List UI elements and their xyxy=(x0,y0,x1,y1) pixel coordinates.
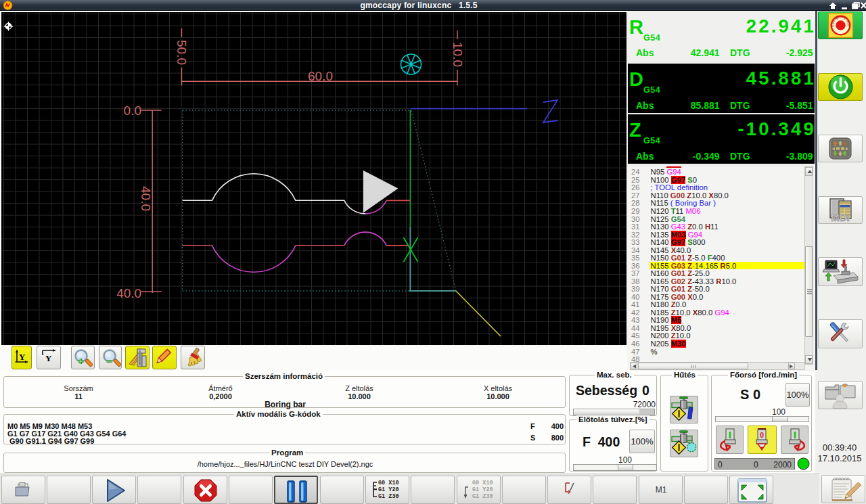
svg-text:MDI: MDI xyxy=(831,212,850,223)
svg-text:40.0: 40.0 xyxy=(139,186,153,211)
svg-text:G1 Y20: G1 Y20 xyxy=(378,486,399,493)
svg-text:G0 X10: G0 X10 xyxy=(472,480,493,486)
svg-text:/: / xyxy=(570,481,574,492)
svg-text:G0 X10: G0 X10 xyxy=(378,480,399,486)
svg-text:G1 Z30: G1 Z30 xyxy=(472,493,493,500)
svg-text:10.0: 10.0 xyxy=(451,42,465,67)
svg-text:0: 0 xyxy=(760,431,764,439)
svg-text:0.0: 0.0 xyxy=(124,104,141,118)
svg-text:G1 Z30: G1 Z30 xyxy=(378,493,399,500)
svg-text:Y: Y xyxy=(45,353,52,363)
svg-text:Y: Y xyxy=(19,352,26,362)
svg-text:60.0: 60.0 xyxy=(308,69,333,83)
svg-text:G1 Y20: G1 Y20 xyxy=(472,486,493,493)
svg-text:40.0: 40.0 xyxy=(116,286,141,300)
svg-text:50.0: 50.0 xyxy=(175,40,189,65)
